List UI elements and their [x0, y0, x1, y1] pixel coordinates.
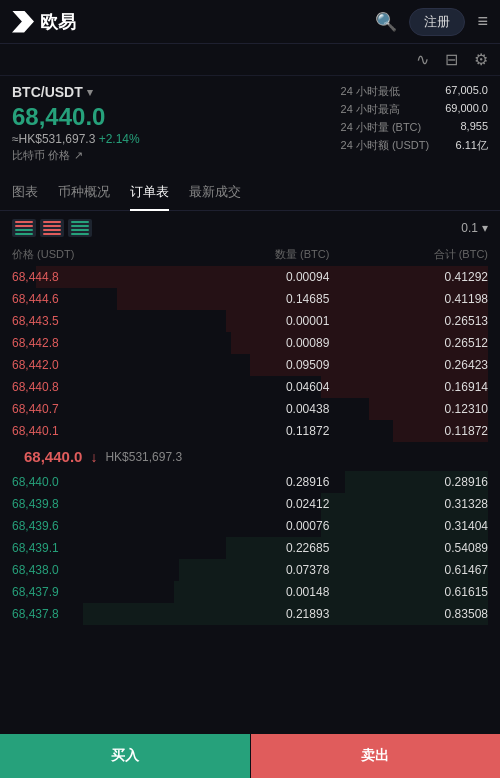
bid-qty: 0.00148	[171, 585, 330, 599]
bid-row[interactable]: 68,439.80.024120.31328	[12, 493, 488, 515]
bid-qty: 0.00076	[171, 519, 330, 533]
pair-chevron: ▾	[87, 86, 93, 99]
logo-text: 欧易	[40, 10, 76, 34]
ob-view-bids[interactable]	[68, 219, 92, 237]
ask-row[interactable]: 68,440.80.046040.16914	[12, 376, 488, 398]
bid-row[interactable]: 68,439.10.226850.54089	[12, 537, 488, 559]
last-price-value: 68,440.0	[24, 448, 82, 465]
stat-value: 69,000.0	[445, 102, 488, 117]
tab-图表[interactable]: 图表	[12, 175, 38, 211]
stat-label: 24 小时最高	[341, 102, 430, 117]
stat-label: 24 小时量 (BTC)	[341, 120, 430, 135]
stat-label: 24 小时最低	[341, 84, 430, 99]
ob-view-icons	[12, 219, 92, 237]
bid-total: 0.31404	[329, 519, 488, 533]
bid-total: 0.83508	[329, 607, 488, 621]
sell-button[interactable]: 卖出	[251, 734, 501, 778]
ask-row[interactable]: 68,443.50.000010.26513	[12, 310, 488, 332]
ask-total: 0.41198	[329, 292, 488, 306]
bid-price: 68,440.0	[12, 475, 171, 489]
ask-total: 0.26423	[329, 358, 488, 372]
ask-price: 68,444.6	[12, 292, 171, 306]
bid-row[interactable]: 68,437.90.001480.61615	[12, 581, 488, 603]
stat-value: 6.11亿	[445, 138, 488, 153]
bid-row[interactable]: 68,437.80.218930.83508	[12, 603, 488, 625]
chart-icon[interactable]: ∿	[416, 50, 429, 69]
ask-row[interactable]: 68,442.80.000890.26512	[12, 332, 488, 354]
bid-price: 68,437.9	[12, 585, 171, 599]
search-icon[interactable]: 🔍	[375, 11, 397, 33]
bid-qty: 0.07378	[171, 563, 330, 577]
ticker-pair[interactable]: BTC/USDT ▾	[12, 84, 331, 100]
stat-value: 67,005.0	[445, 84, 488, 99]
stat-label: 24 小时额 (USDT)	[341, 138, 430, 153]
ask-price: 68,442.0	[12, 358, 171, 372]
bid-total: 0.28916	[329, 475, 488, 489]
bid-qty: 0.28916	[171, 475, 330, 489]
bid-total: 0.31328	[329, 497, 488, 511]
logo-icon	[12, 11, 34, 33]
bid-total: 0.61615	[329, 585, 488, 599]
buy-button[interactable]: 买入	[0, 734, 250, 778]
bid-price: 68,439.1	[12, 541, 171, 555]
last-price-hkd: HK$531,697.3	[105, 450, 182, 464]
last-price-arrow: ↓	[90, 449, 97, 465]
tab-最新成交[interactable]: 最新成交	[189, 175, 241, 211]
ask-price: 68,442.8	[12, 336, 171, 350]
bid-total: 0.61467	[329, 563, 488, 577]
settings-icon[interactable]: ⚙	[474, 50, 488, 69]
register-button[interactable]: 注册	[409, 8, 465, 36]
ask-row[interactable]: 68,440.10.118720.11872	[12, 420, 488, 442]
ask-qty: 0.00001	[171, 314, 330, 328]
tab-币种概况[interactable]: 币种概况	[58, 175, 110, 211]
bid-qty: 0.22685	[171, 541, 330, 555]
header-actions: 🔍 注册 ≡	[375, 8, 488, 36]
ask-rows: 68,444.80.000940.4129268,444.60.146850.4…	[12, 266, 488, 442]
ask-price: 68,443.5	[12, 314, 171, 328]
tabs: 图表币种概况订单表最新成交	[0, 175, 500, 211]
ask-qty: 0.00094	[171, 270, 330, 284]
ob-header: 价格 (USDT) 数量 (BTC) 合计 (BTC)	[12, 245, 488, 266]
ask-row[interactable]: 68,442.00.095090.26423	[12, 354, 488, 376]
wallet-icon[interactable]: ⊟	[445, 50, 458, 69]
precision-chevron: ▾	[482, 221, 488, 235]
bid-price: 68,439.8	[12, 497, 171, 511]
order-book-table: 价格 (USDT) 数量 (BTC) 合计 (BTC) 68,444.80.00…	[0, 245, 500, 625]
ask-price: 68,440.8	[12, 380, 171, 394]
ask-price: 68,440.1	[12, 424, 171, 438]
ask-total: 0.41292	[329, 270, 488, 284]
ticker-price: 68,440.0	[12, 104, 331, 130]
bid-price: 68,438.0	[12, 563, 171, 577]
last-price-row: 68,440.0 ↓ HK$531,697.3	[12, 442, 488, 471]
bid-qty: 0.21893	[171, 607, 330, 621]
bid-qty: 0.02412	[171, 497, 330, 511]
ask-total: 0.26512	[329, 336, 488, 350]
ask-total: 0.26513	[329, 314, 488, 328]
ask-qty: 0.11872	[171, 424, 330, 438]
ask-qty: 0.00438	[171, 402, 330, 416]
ask-price: 68,440.7	[12, 402, 171, 416]
ask-row[interactable]: 68,440.70.004380.12310	[12, 398, 488, 420]
ask-row[interactable]: 68,444.80.000940.41292	[12, 266, 488, 288]
ask-price: 68,444.8	[12, 270, 171, 284]
ob-controls: 0.1 ▾	[0, 211, 500, 245]
bid-row[interactable]: 68,440.00.289160.28916	[12, 471, 488, 493]
bid-row[interactable]: 68,439.60.000760.31404	[12, 515, 488, 537]
ask-total: 0.12310	[329, 402, 488, 416]
ask-qty: 0.14685	[171, 292, 330, 306]
ticker-hkd: ≈HK$531,697.3 +2.14%	[12, 132, 331, 146]
external-link-icon[interactable]: ↗	[74, 149, 83, 162]
ticker-left: BTC/USDT ▾ 68,440.0 ≈HK$531,697.3 +2.14%…	[12, 84, 331, 163]
tab-订单表[interactable]: 订单表	[130, 175, 169, 211]
ob-view-both[interactable]	[12, 219, 36, 237]
ob-view-asks[interactable]	[40, 219, 64, 237]
ticker-label: 比特币 价格 ↗	[12, 148, 331, 163]
logo: 欧易	[12, 10, 76, 34]
bid-row[interactable]: 68,438.00.073780.61467	[12, 559, 488, 581]
ask-row[interactable]: 68,444.60.146850.41198	[12, 288, 488, 310]
ask-qty: 0.04604	[171, 380, 330, 394]
header: 欧易 🔍 注册 ≡	[0, 0, 500, 44]
ob-precision-selector[interactable]: 0.1 ▾	[461, 221, 488, 235]
ask-qty: 0.00089	[171, 336, 330, 350]
menu-icon[interactable]: ≡	[477, 11, 488, 32]
